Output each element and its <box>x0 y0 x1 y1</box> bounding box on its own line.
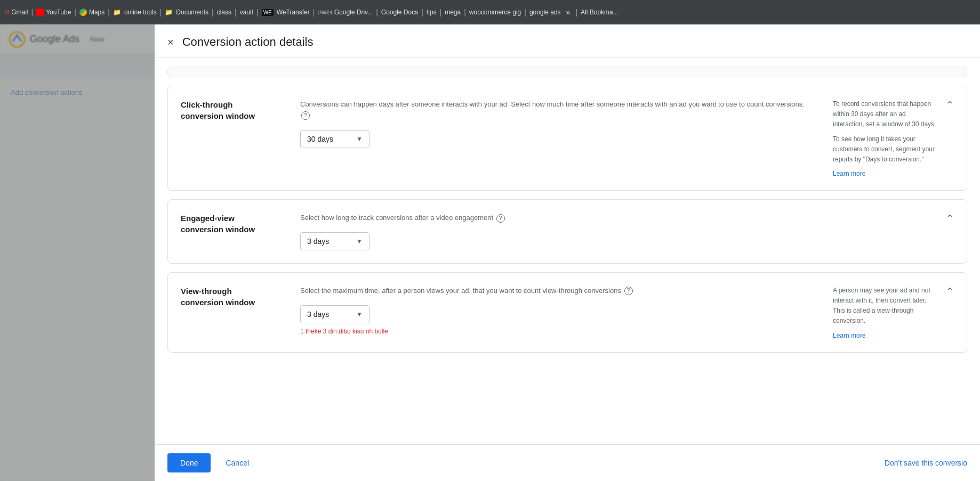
click-through-help-icon[interactable]: ? <box>301 111 310 120</box>
engaged-view-select[interactable]: 3 days ▼ <box>300 232 369 250</box>
click-through-section: Click-throughconversion window Conversio… <box>167 86 967 191</box>
click-through-select[interactable]: 30 days ▼ <box>300 130 369 148</box>
tab-gmail[interactable]: M Gmail <box>4 9 28 16</box>
tab-google-docs[interactable]: Google Docs <box>381 9 418 16</box>
engaged-view-main: Engaged-viewconversion window Select how… <box>181 213 937 250</box>
tab-google-drive[interactable]: যেভাবে Google Driv... <box>318 9 373 16</box>
view-through-section: View-throughconversion window Select the… <box>167 272 967 353</box>
modal-title: Conversion action details <box>182 35 314 49</box>
wetransfer-icon: WE <box>262 9 274 16</box>
tab-documents[interactable]: 📁 Documents <box>165 9 208 16</box>
click-through-content: Conversions can happen days after someon… <box>300 99 807 177</box>
tab-wetransfer[interactable]: WE WeTransfer <box>262 9 310 16</box>
click-through-info-text-2: To see how long it takes your customers … <box>833 134 937 165</box>
browser-tab-bar: M Gmail | YouTube | Maps | 📁 online tool… <box>0 0 980 25</box>
modal-header: × Conversion action details <box>155 25 980 58</box>
view-through-desc: Select the maximum time, after a person … <box>300 286 807 297</box>
engaged-view-content: Select how long to track conversions aft… <box>300 213 937 250</box>
tab-woocommerce[interactable]: woocommerce gig <box>469 9 521 16</box>
top-section-stub <box>167 67 967 77</box>
tab-class[interactable]: class <box>217 9 231 16</box>
engaged-view-label: Engaged-viewconversion window <box>181 213 287 250</box>
view-through-select-value: 3 days <box>307 310 329 319</box>
view-through-label: View-throughconversion window <box>181 286 287 339</box>
view-through-help-icon[interactable]: ? <box>624 287 633 295</box>
click-through-main: Click-throughconversion window Conversio… <box>181 99 937 177</box>
view-through-main: View-throughconversion window Select the… <box>181 286 937 339</box>
engaged-view-section: Engaged-viewconversion window Select how… <box>167 199 967 264</box>
tab-tips[interactable]: tips <box>427 9 437 16</box>
engaged-view-collapse-button[interactable]: ⌃ <box>946 213 954 224</box>
more-tabs-button[interactable]: » <box>566 8 571 17</box>
tab-mega[interactable]: mega <box>445 9 461 16</box>
cancel-button[interactable]: Cancel <box>217 453 258 472</box>
click-through-dropdown-arrow: ▼ <box>356 135 363 143</box>
click-through-label: Click-throughconversion window <box>181 99 287 177</box>
click-through-collapse-button[interactable]: ⌃ <box>946 99 954 111</box>
dont-save-link[interactable]: Don't save this conversio <box>885 459 967 467</box>
view-through-content: Select the maximum time, after a person … <box>300 286 807 339</box>
view-through-title: View-throughconversion window <box>181 286 287 308</box>
maps-icon <box>79 9 87 16</box>
tab-vault[interactable]: vault <box>240 9 253 16</box>
click-through-info: To record conversions that happen within… <box>820 99 937 177</box>
engaged-view-help-icon[interactable]: ? <box>496 214 505 223</box>
done-button[interactable]: Done <box>167 453 211 472</box>
tab-online-tools[interactable]: 📁 online tools <box>113 9 157 16</box>
tab-maps[interactable]: Maps <box>79 9 105 16</box>
folder-icon-2: 📁 <box>165 9 173 16</box>
conversion-action-modal: × Conversion action details Click-throug… <box>155 25 980 481</box>
engaged-view-title: Engaged-viewconversion window <box>181 213 287 235</box>
view-through-info: A person may see your ad and not interac… <box>820 286 937 339</box>
gmail-icon: M <box>4 9 9 15</box>
tab-bookmarks[interactable]: All Bookma... <box>581 9 618 16</box>
view-through-learn-more[interactable]: Learn more <box>833 332 865 339</box>
click-through-desc: Conversions can happen days after someon… <box>300 99 807 121</box>
view-through-collapse-button[interactable]: ⌃ <box>946 286 954 297</box>
view-through-info-text-1: A person may see your ad and not interac… <box>833 286 937 327</box>
tab-youtube[interactable]: YouTube <box>36 9 71 16</box>
click-through-select-value: 30 days <box>307 135 333 143</box>
engaged-view-desc: Select how long to track conversions aft… <box>300 213 937 224</box>
engaged-view-select-value: 3 days <box>307 237 329 246</box>
modal-footer: Done Cancel Don't save this conversio <box>155 444 980 481</box>
engaged-view-dropdown-arrow: ▼ <box>356 238 363 245</box>
tab-google-ads[interactable]: google ads <box>529 9 561 16</box>
close-button[interactable]: × <box>167 37 174 47</box>
youtube-icon <box>36 9 44 16</box>
click-through-info-text-1: To record conversions that happen within… <box>833 99 937 130</box>
folder-icon: 📁 <box>113 9 121 16</box>
view-through-error: 1 theke 3 din dibo kisu nh bolle <box>300 328 807 335</box>
view-through-dropdown-arrow: ▼ <box>356 311 363 318</box>
click-through-title: Click-throughconversion window <box>181 99 287 121</box>
modal-body[interactable]: Click-throughconversion window Conversio… <box>155 58 980 444</box>
click-through-learn-more[interactable]: Learn more <box>833 170 865 177</box>
view-through-select[interactable]: 3 days ▼ <box>300 305 369 323</box>
